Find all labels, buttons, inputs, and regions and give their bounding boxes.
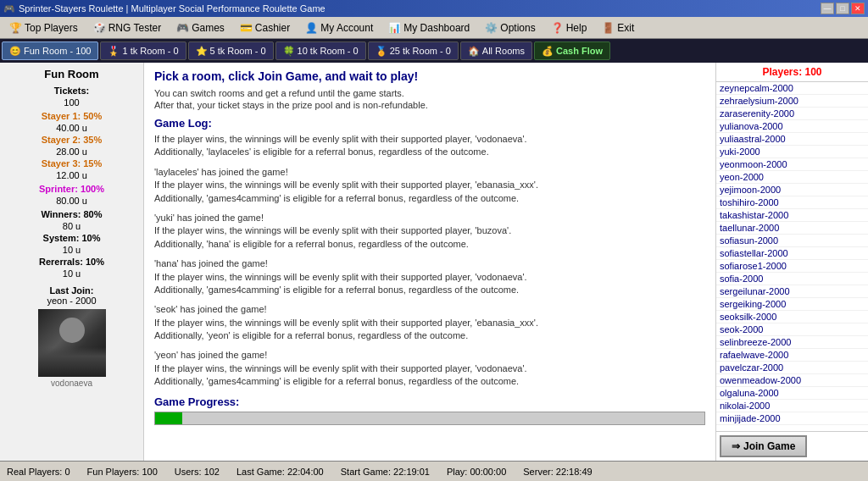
tab-icon-1tk-room: 🎖️ [108,46,120,57]
log-line: If the player wins, the winnings will be… [154,271,705,284]
player-item[interactable]: toshihiro-2000 [716,196,868,209]
fun-players-label: Fun Players: [87,467,140,477]
tickets-label: Tickets: [54,86,89,96]
menubar-item-help[interactable]: ❓Help [543,19,595,37]
player-item[interactable]: minjijade-2000 [716,412,868,425]
menu-label-help: Help [566,22,587,34]
menubar-item-my-dashboard[interactable]: 📊My Dashboard [381,19,477,37]
minimize-button[interactable]: — [821,3,834,14]
menubar-item-games[interactable]: 🎮Games [169,19,232,37]
player-item[interactable]: sofia-2000 [716,273,868,285]
player-item[interactable]: zeynepcalm-2000 [716,82,868,95]
player-item[interactable]: zaraserenity-2000 [716,108,868,120]
player-item[interactable]: rafaelwave-2000 [716,349,868,362]
menubar-item-options[interactable]: ⚙️Options [477,19,542,37]
menubar-item-rng-tester[interactable]: 🎲RNG Tester [86,19,169,37]
menu-icon-exit: 🚪 [602,22,615,34]
player-item[interactable]: yuliaastral-2000 [716,133,868,146]
player-item[interactable]: selinbreeze-2000 [716,336,868,349]
menubar-item-exit[interactable]: 🚪Exit [594,19,642,37]
start-game-status: Start Game: 22:19:01 [341,467,430,477]
log-line: If the player wins, the winnings will be… [154,133,705,146]
menubar-item-my-account[interactable]: 👤My Account [298,19,381,37]
log-entry-3: 'hana' has joined the game!If the player… [154,257,705,296]
last-join-value: yeon - 2000 [47,296,96,306]
log-line: 'yuki' has joined the game! [154,212,705,224]
menu-label-top-players: Top Players [25,22,78,34]
player-item[interactable]: yeonmoon-2000 [716,158,868,171]
menu-icon-options: ⚙️ [485,22,498,34]
player-item[interactable]: seok-2000 [716,323,868,336]
player-item[interactable]: yeon-2000 [716,171,868,184]
log-line: If the player wins, the winnings will be… [154,317,705,329]
player-item[interactable]: yejimoon-2000 [716,184,868,196]
player-item[interactable]: olgaluna-2000 [716,387,868,400]
log-line: If the player wins, the winnings will be… [154,224,705,237]
main-headline: Pick a room, click Join Game, and wait t… [154,69,705,83]
player-item[interactable]: yulianova-2000 [716,120,868,133]
join-btn-area: ⇒ Join Game [716,431,868,461]
stayer3-label: Stayer 3: 15% [42,158,103,169]
room-tab-10tk-room[interactable]: 🍀10 tk Room - 0 [275,41,366,60]
play-status: Play: 00:00:00 [447,467,506,477]
player-item[interactable]: pavelczar-2000 [716,362,868,374]
room-tab-5tk-room[interactable]: ⭐5 tk Room - 0 [188,41,274,60]
log-line: Additionally, 'games4camming' is eligibl… [154,375,705,388]
log-entry-0: If the player wins, the winnings will be… [154,133,705,159]
player-item[interactable]: sofiarose1-2000 [716,260,868,273]
maximize-button[interactable]: □ [836,3,849,14]
tab-label-1tk-room: 1 tk Room - 0 [122,46,178,56]
tab-label-10tk-room: 10 tk Room - 0 [298,46,359,56]
player-item[interactable]: seoksilk-2000 [716,311,868,323]
room-tab-25tk-room[interactable]: 🏅25 tk Room - 0 [368,41,459,60]
player-item[interactable]: nikolai-2000 [716,400,868,412]
roomtabs: 😊Fun Room - 100🎖️1 tk Room - 0⭐5 tk Room… [0,39,868,63]
player-item[interactable]: zehraelysium-2000 [716,95,868,108]
menu-icon-top-players: 🏆 [9,22,22,34]
tab-icon-10tk-room: 🍀 [283,46,295,57]
join-game-button[interactable]: ⇒ Join Game [720,435,807,457]
tab-icon-cash-flow: 💰 [542,46,554,57]
player-item[interactable]: sergeilunar-2000 [716,285,868,298]
tab-label-5tk-room: 5 tk Room - 0 [210,46,266,56]
right-panel: Players: 100 zeynepcalm-2000zehraelysium… [715,63,868,461]
menubar-item-cashier[interactable]: 💳Cashier [232,19,298,37]
room-tab-cash-flow[interactable]: 💰Cash Flow [534,41,610,60]
users-value: 102 [204,467,220,477]
sprinter-value: 80.00 u [56,196,87,206]
stayer1-label: Stayer 1: 50% [42,111,103,121]
menubar-item-top-players[interactable]: 🏆Top Players [2,19,86,37]
server-status: Server: 22:18:49 [523,467,592,477]
menu-label-cashier: Cashier [255,22,290,34]
player-item[interactable]: sofiasun-2000 [716,235,868,247]
player-item[interactable]: taellunar-2000 [716,222,868,235]
player-item[interactable]: yuki-2000 [716,146,868,158]
last-game-label: Last Game: [236,467,285,477]
menu-icon-rng-tester: 🎲 [93,22,106,34]
room-tab-1tk-room[interactable]: 🎖️1 tk Room - 0 [100,41,186,60]
log-entry-1: 'laylaceles' has joined the game!If the … [154,166,705,205]
log-entry-5: 'yeon' has joined the game!If the player… [154,349,705,388]
tab-icon-fun-room: 😊 [9,46,21,57]
close-button[interactable]: ✕ [851,3,865,14]
log-line: Additionally, 'laylaceles' is eligible f… [154,146,705,158]
room-tab-fun-room[interactable]: 😊Fun Room - 100 [2,41,98,60]
room-tab-all-rooms[interactable]: 🏠All Rooms [460,41,532,60]
app-title: Sprinter-Stayers Roulette | Multiplayer … [19,3,326,14]
player-item[interactable]: takashistar-2000 [716,209,868,222]
start-game-value: 22:19:01 [393,467,430,477]
fun-players-status: Fun Players: 100 [87,467,158,477]
player-item[interactable]: sofiastellar-2000 [716,247,868,260]
menu-label-my-account: My Account [320,22,373,34]
player-item[interactable]: sergeiking-2000 [716,298,868,311]
titlebar-controls[interactable]: — □ ✕ [821,3,865,14]
app-icon: 🎮 [3,3,15,14]
player-item[interactable]: owenmeadow-2000 [716,374,868,387]
center-panel: Pick a room, click Join Game, and wait t… [144,63,715,461]
join-btn-label: Join Game [743,440,795,452]
avatar [38,309,106,377]
winners-label: Winners: 80% [41,209,102,219]
players-list[interactable]: zeynepcalm-2000zehraelysium-2000zarasere… [716,82,868,431]
tab-icon-all-rooms: 🏠 [468,46,480,57]
log-entry-2: 'yuki' has joined the game!If the player… [154,212,705,251]
